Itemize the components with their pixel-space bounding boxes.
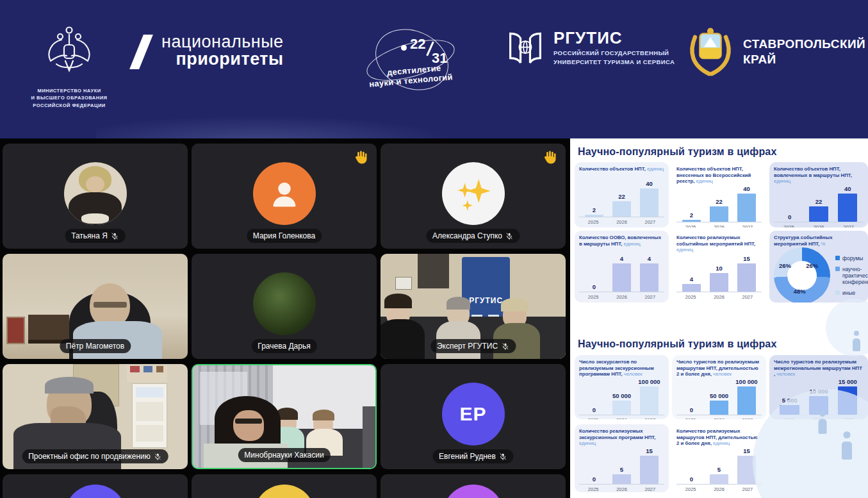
legend-item: форумы [835,255,868,261]
axis-year: 2026 [609,294,635,300]
bar-value-label: 22 [618,193,625,200]
shared-presentation: Научно-популярный туризм в цифрах Количе… [570,138,868,498]
chart-title: Количество реализуемых маршрутов НПТ, дл… [676,428,762,447]
bar [640,263,659,292]
bar-value-label: 10 [716,265,723,272]
tourist-silhouette-icon [851,331,862,351]
axis-year: 2025 [580,417,607,420]
x-axis-labels: 202520262027 [579,415,664,420]
ministry-text-line2: И ВЫСШЕГО ОБРАЗОВАНИЯ [31,94,108,101]
participant-name-pill: Евгений Руднев [432,449,514,463]
participant-name-pill: Татьяна Я [65,229,126,243]
bar-chart: 41015 [676,254,762,293]
participant-tile[interactable]: Минобрнауки Хакасии [192,364,377,469]
chart-card: Число экскурсантов по реализуемым экскур… [575,355,669,419]
bar-chart: 5 00010 00015 000 [774,378,864,415]
bar [809,396,828,415]
chart-card: Число туристов по реализуемым маршрутам … [672,355,766,419]
legend-label: форумы [842,255,863,261]
stavropol-line2: КРАЙ [743,52,865,67]
chart-title: Число туристов по реализуемым маршрутам … [676,359,762,378]
chart-card: Количество объектов НПТ, внесенных во Вс… [672,162,766,228]
mountains-silhouette [96,115,455,138]
bar-chart: 0515 [579,447,664,485]
bar-value-label: 100 000 [638,378,660,385]
participant-name-pill: Александра Ступко [426,229,520,243]
participant-tile[interactable]: Татьяна Я [3,144,188,249]
axis-year: 2027 [637,417,663,420]
axis-year: 2025 [580,486,607,492]
bar [710,474,728,484]
participant-name: Грачева Дарья [258,342,310,351]
bar-value-label: 50 000 [612,392,631,399]
axis-year: 2026 [609,219,635,225]
bar [710,273,728,292]
event-banner: МИНИСТЕРСТВО НАУКИ И ВЫСШЕГО ОБРАЗОВАНИЯ… [0,0,868,138]
x-axis-labels: 202520262027 [579,485,664,493]
axis-year: 2027 [637,486,663,492]
bar-value-label: 40 [743,185,750,192]
participant-tile[interactable]: Пётр Магометов [3,254,188,359]
raised-hand-icon [541,149,559,166]
axis-year: 2025 [678,294,704,300]
bar-chart: 050 000100 000 [676,378,762,415]
x-axis-labels: 202520262027 [774,222,864,228]
bar-value-label: 4 [690,276,693,283]
participant-tile[interactable] [3,474,188,498]
participant-tile[interactable]: Грачева Дарья [192,254,377,359]
donut-chart-card: Структура событийных мероприятий НПТ, %2… [769,231,868,303]
bar [612,201,631,217]
avatar-initials: ЕР [459,403,486,425]
bar [710,206,728,222]
axis-year: 2025 [775,417,803,420]
raised-hand-icon [352,149,370,166]
bar-value-label: 0 [788,213,791,220]
ministry-text-line1: МИНИСТЕРСТВО НАУКИ [31,87,108,94]
axis-year: 2026 [609,417,635,420]
participant-tile[interactable] [381,474,566,498]
bar [737,263,756,292]
axis-year: 2027 [637,294,663,300]
x-axis-labels: 202520262027 [676,485,762,493]
bar [710,401,728,415]
participant-tile[interactable]: Мария Голенкова [192,144,377,249]
sparkles-icon [452,172,495,215]
legend-label: научно-практические конференции [842,266,868,286]
avatar [254,485,315,498]
bar-value-label: 22 [716,198,723,205]
x-axis-labels: 202520262027 [676,222,762,228]
bar-value-label: 4 [620,255,623,262]
mic-off-icon [111,232,119,240]
participant-tile[interactable] [192,474,377,498]
participant-tile[interactable]: ЕРЕвгений Руднев [381,364,566,469]
participant-tile[interactable]: Александра Ступко [381,144,566,249]
x-axis-labels: 202520262027 [676,292,762,301]
mic-off-icon [501,342,509,351]
axis-year: 2027 [637,219,663,225]
bar-value-label: 0 [690,406,693,413]
bar-chart: 044 [579,247,664,292]
bar-value-label: 0 [593,283,596,290]
legend-swatch [835,267,840,271]
participant-tile[interactable]: Проектный офис по продвижению [3,364,188,469]
open-book-globe-icon [505,29,546,76]
bar-value-label: 5 [620,466,623,473]
rgutis-logo: РГУТИС РОССИЙСКИЙ ГОСУДАРСТВЕННЫЙ УНИВЕР… [505,29,675,76]
participant-tile[interactable]: РГУТИСЭксперт РГУТИС [381,254,566,359]
axis-year: 2026 [706,224,732,228]
bar-value-label: 22 [815,198,823,205]
x-axis-labels: 202520262027 [774,415,864,420]
chart-card: Количество реализуемых маршрутов НПТ, дл… [672,424,766,492]
legend-item: научно-практические конференции [835,266,868,286]
bar-chart: 0515 [676,447,762,485]
participant-name: Пётр Магометов [66,342,124,351]
bar [612,474,631,484]
axis-year: 2027 [734,486,760,492]
stavropol-logo: СТАВРОПОЛЬСКИЙ КРАЙ [687,22,865,82]
bar [682,220,701,222]
axis-year: 2025 [580,294,607,300]
participant-name: Мария Голенкова [253,231,315,240]
legend-swatch [835,290,840,295]
avatar [64,162,127,225]
slide1-chart-row1: Количество объектов НПТ, единиц222402025… [575,162,868,228]
